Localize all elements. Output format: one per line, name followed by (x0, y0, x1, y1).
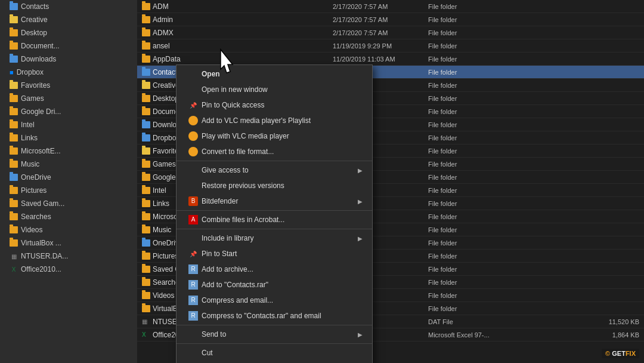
ctx-copy[interactable]: y (177, 361, 372, 363)
file-label-intel: Intel (153, 186, 166, 195)
ctx-compress-contacts-email[interactable]: R Compress to "Contacts.rar" and email (177, 308, 372, 324)
file-row-appdata[interactable]: AppData 11/20/2019 11:03 AM File folder (137, 53, 644, 66)
folder-icon (142, 239, 150, 247)
folder-icon (10, 121, 18, 128)
vlc-play-icon (188, 131, 198, 141)
sidebar-item-music[interactable]: Music (0, 158, 137, 171)
watermark-get: GET (612, 350, 626, 357)
file-label-desktop: Desktop (153, 94, 179, 103)
folder-icon (10, 226, 18, 233)
ctx-cut[interactable]: Cut (177, 345, 372, 361)
ctx-include-library[interactable]: Include in library ▶ (177, 230, 372, 246)
ctx-convert-file[interactable]: Convert to file format... (177, 144, 372, 159)
file-row-admx[interactable]: ADMX 2/17/2020 7:57 AM File folder (137, 26, 644, 39)
sidebar-item-desktop[interactable]: Desktop (0, 26, 137, 39)
sidebar-item-intel[interactable]: Intel (0, 118, 137, 131)
folder-icon (142, 187, 150, 194)
file-type-downloads: File folder (428, 121, 639, 128)
restore-icon (188, 181, 198, 190)
sidebar-item-ntuser[interactable]: ▦ NTUSER.DA... (0, 250, 137, 263)
ctx-open[interactable]: Open (177, 66, 372, 82)
ctx-bitdefender[interactable]: B Bitdefender ▶ (177, 193, 372, 209)
sidebar-label-creative: Creative (21, 16, 48, 24)
ctx-add-vlc-playlist[interactable]: Add to VLC media player's Playlist (177, 113, 372, 128)
ctx-compress-email-wrap: R Compress and email... (188, 296, 273, 305)
file-type-dropbox: File folder (428, 134, 639, 141)
sidebar-item-dropbox[interactable]: ■ Dropbox (0, 66, 137, 79)
ctx-add-archive-wrap: R Add to archive... (188, 264, 253, 274)
sidebar-item-downloads[interactable]: Downloads (0, 53, 137, 66)
folder-icon (10, 29, 18, 36)
sidebar-item-googledrive[interactable]: Google Dri... (0, 105, 137, 118)
ctx-give-access[interactable]: Give access to ▶ (177, 162, 372, 178)
ctx-pin-start[interactable]: 📌 Pin to Start (177, 246, 372, 262)
ctx-restore-versions-label: Restore previous versions (202, 182, 284, 190)
ctx-pin-quick-access[interactable]: 📌 Pin to Quick access (177, 97, 372, 113)
file-row-adm[interactable]: ADM 2/17/2020 7:57 AM File folder (137, 0, 644, 13)
ctx-open-new-window[interactable]: Open in new window (177, 82, 372, 97)
folder-icon (10, 82, 18, 89)
sidebar-item-documents[interactable]: Document... (0, 39, 137, 53)
folder-icon (142, 174, 150, 181)
ctx-pin-start-label: Pin to Start (202, 250, 237, 258)
folder-icon (142, 292, 150, 299)
sidebar-item-pictures[interactable]: Pictures (0, 184, 137, 197)
sidebar-item-microsoft[interactable]: MicrosoftE... (0, 144, 137, 158)
file-type-virtualbox: File folder (428, 305, 639, 312)
file-type-games: File folder (428, 161, 639, 168)
folder-icon (10, 42, 18, 50)
sidebar-item-office[interactable]: X Office2010... (0, 263, 137, 276)
winrar-contacts-email-icon: R (188, 311, 198, 321)
sidebar-item-virtualbox[interactable]: VirtualBox ... (0, 236, 137, 250)
sidebar-item-videos[interactable]: Videos (0, 223, 137, 236)
file-name-admx: ADMX (142, 29, 333, 37)
ctx-compress-contacts-email-label: Compress to "Contacts.rar" and email (202, 312, 321, 320)
folder-icon (142, 200, 150, 207)
file-name-ansel: ansel (142, 42, 333, 50)
sidebar-label-desktop: Desktop (21, 29, 47, 37)
file-label-admx: ADMX (153, 29, 174, 37)
folder-icon (10, 239, 18, 247)
file-row-admin[interactable]: Admin 2/17/2020 7:57 AM File folder (137, 13, 644, 26)
folder-icon (10, 3, 18, 10)
file-type-links: File folder (428, 200, 639, 207)
folder-icon (10, 16, 18, 23)
file-type-videos: File folder (428, 292, 639, 299)
folder-icon (142, 226, 150, 233)
file-type-googledrive: File folder (428, 174, 639, 181)
sidebar-item-searches[interactable]: Searches (0, 210, 137, 223)
sidebar-item-contacts[interactable]: Contacts (0, 0, 137, 13)
file-type-savedgames: File folder (428, 266, 639, 273)
watermark-copy: © (605, 350, 610, 357)
ctx-send-to[interactable]: Send to ▶ (177, 327, 372, 342)
ctx-open-new-window-label: Open in new window (202, 85, 268, 94)
sidebar-item-savedgames[interactable]: Saved Gam... (0, 197, 137, 210)
ctx-play-vlc[interactable]: Play with VLC media player (177, 128, 372, 144)
file-row-ansel[interactable]: ansel 11/19/2019 9:29 PM File folder (137, 39, 644, 53)
ctx-add-contacts-rar[interactable]: R Add to "Contacts.rar" (177, 277, 372, 293)
pin-icon: 📌 (188, 100, 198, 110)
ctx-add-contacts-rar-wrap: R Add to "Contacts.rar" (188, 280, 268, 290)
file-date-adm: 2/17/2020 7:57 AM (333, 3, 428, 10)
ctx-add-archive[interactable]: R Add to archive... (177, 262, 372, 277)
ctx-restore-versions[interactable]: Restore previous versions (177, 178, 372, 193)
open-icon (188, 69, 198, 79)
folder-icon (142, 42, 150, 50)
ctx-play-vlc-wrap: Play with VLC media player (188, 131, 289, 141)
file-type-onedrive: File folder (428, 239, 639, 247)
bitdefender-icon: B (188, 196, 198, 206)
ctx-combine-acrobat[interactable]: A Combine files in Acrobat... (177, 212, 372, 227)
sidebar-item-games[interactable]: Games (0, 92, 137, 105)
winrar-email-icon: R (188, 296, 198, 305)
folder-icon (142, 56, 150, 63)
file-type-creative: File folder (428, 82, 639, 89)
sidebar-item-creative[interactable]: Creative (0, 13, 137, 26)
ctx-divider-3 (177, 229, 372, 229)
ctx-compress-email[interactable]: R Compress and email... (177, 293, 372, 308)
ctx-bitdefender-wrap: B Bitdefender (188, 196, 238, 206)
file-date-ansel: 11/19/2019 9:29 PM (333, 42, 428, 50)
sidebar-item-favorites[interactable]: Favorites (0, 79, 137, 92)
folder-icon (142, 95, 150, 102)
sidebar-item-onedrive[interactable]: OneDrive (0, 171, 137, 184)
sidebar-item-links[interactable]: Links (0, 131, 137, 144)
